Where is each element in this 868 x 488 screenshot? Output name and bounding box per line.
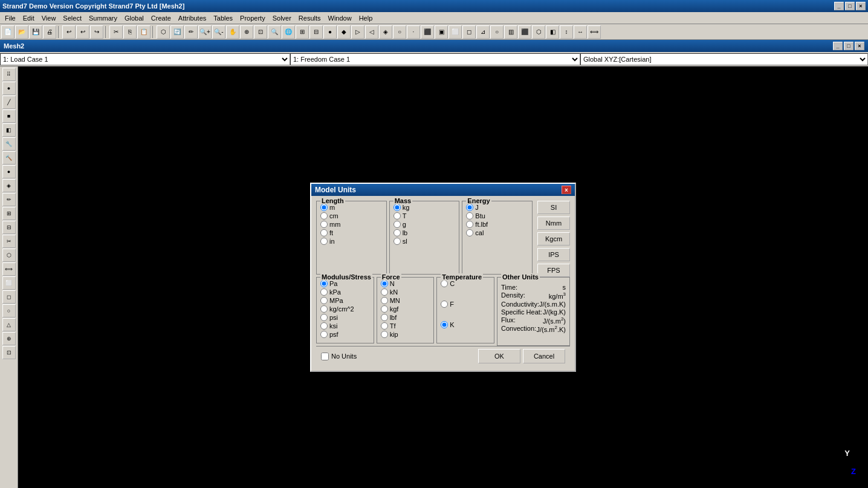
- mass-sl: sl: [394, 238, 456, 245]
- tool22[interactable]: ⬜: [449, 25, 462, 39]
- left-btn-14[interactable]: ⬡: [2, 249, 16, 262]
- left-btn-2[interactable]: ●: [2, 82, 16, 95]
- tool25[interactable]: ○: [490, 25, 504, 39]
- no-units-checkbox[interactable]: [321, 353, 329, 360]
- mesh-close-button[interactable]: ×: [855, 42, 864, 50]
- new-button[interactable]: 📄: [1, 25, 15, 39]
- left-btn-10[interactable]: ✏: [2, 193, 16, 206]
- tool30[interactable]: ↕: [560, 25, 573, 39]
- tool24[interactable]: ⊿: [476, 25, 490, 39]
- force-group: Force N kN MN kgf lbf Tf kip: [377, 277, 435, 343]
- left-btn-16[interactable]: ⬜: [2, 276, 16, 290]
- tool23[interactable]: ◻: [462, 25, 476, 39]
- cancel-button[interactable]: Cancel: [523, 349, 565, 363]
- undo-button[interactable]: ↩: [62, 25, 76, 39]
- tool2[interactable]: 🔄: [170, 25, 184, 39]
- menu-tables[interactable]: Tables: [210, 13, 236, 23]
- load-case-dropdown[interactable]: 1: Load Case 1: [0, 53, 290, 65]
- dialog-close-button[interactable]: ×: [562, 186, 571, 194]
- left-btn-17[interactable]: ◻: [2, 290, 16, 304]
- tool26[interactable]: ▥: [504, 25, 517, 39]
- tool18[interactable]: ○: [393, 25, 406, 39]
- tool3[interactable]: ✏: [184, 25, 198, 39]
- left-btn-11[interactable]: ⊞: [2, 207, 16, 220]
- menu-solver[interactable]: Solver: [269, 13, 295, 23]
- tool28[interactable]: ⬡: [532, 25, 545, 39]
- open-button[interactable]: 📂: [15, 25, 28, 39]
- minimize-button[interactable]: _: [834, 2, 844, 10]
- left-btn-1[interactable]: ⠿: [2, 68, 16, 81]
- left-btn-15[interactable]: ⟺: [2, 262, 16, 276]
- left-btn-19[interactable]: △: [2, 318, 16, 331]
- menu-select[interactable]: Select: [59, 13, 85, 23]
- paste-button[interactable]: 📋: [137, 25, 151, 39]
- menu-property[interactable]: Property: [236, 13, 269, 23]
- tool15[interactable]: ▷: [351, 25, 364, 39]
- left-btn-18[interactable]: ○: [2, 304, 16, 317]
- tool29[interactable]: ◧: [546, 25, 559, 39]
- tool11[interactable]: ⊞: [296, 25, 309, 39]
- left-btn-7[interactable]: 🔨: [2, 151, 16, 164]
- left-btn-13[interactable]: ✂: [2, 235, 16, 248]
- preset-ips-button[interactable]: IPS: [537, 248, 570, 261]
- force-kn: kN: [381, 288, 430, 296]
- tool14[interactable]: ◆: [337, 25, 351, 39]
- specific-heat-label: Specific Heat:: [501, 308, 542, 316]
- tool12[interactable]: ⊟: [309, 25, 323, 39]
- tool16[interactable]: ◁: [365, 25, 378, 39]
- mesh-maximize-button[interactable]: □: [844, 42, 853, 50]
- menu-window[interactable]: Window: [325, 13, 355, 23]
- left-btn-3[interactable]: ╱: [2, 96, 16, 109]
- left-btn-8[interactable]: ●: [2, 165, 16, 178]
- menu-summary[interactable]: Summary: [85, 13, 121, 23]
- left-btn-9[interactable]: ◈: [2, 179, 16, 192]
- menu-file[interactable]: File: [1, 13, 19, 23]
- left-btn-12[interactable]: ⊟: [2, 221, 16, 234]
- tool7[interactable]: ⊕: [240, 25, 253, 39]
- print-button[interactable]: 🖨: [43, 25, 56, 39]
- freedom-case-dropdown[interactable]: 1: Freedom Case 1: [290, 53, 580, 65]
- left-btn-4[interactable]: ■: [2, 109, 16, 123]
- tool4[interactable]: 🔍+: [198, 25, 212, 39]
- tool13[interactable]: ●: [323, 25, 337, 39]
- tool10[interactable]: 🌐: [282, 25, 295, 39]
- preset-si-button[interactable]: SI: [537, 201, 570, 214]
- ok-button[interactable]: OK: [478, 349, 520, 363]
- menu-attributes[interactable]: Attributes: [175, 13, 210, 23]
- redo-button[interactable]: ↪: [90, 25, 103, 39]
- tool31[interactable]: ↔: [574, 25, 587, 39]
- preset-fps-button[interactable]: FPS: [537, 264, 570, 277]
- save-button[interactable]: 💾: [29, 25, 42, 39]
- tool8[interactable]: ⊡: [254, 25, 267, 39]
- tool9[interactable]: 🔍: [268, 25, 281, 39]
- maximize-button[interactable]: □: [845, 2, 855, 10]
- left-btn-21[interactable]: ⊡: [2, 346, 16, 359]
- preset-nmm-button[interactable]: Nmm: [537, 216, 570, 230]
- preset-kgcm-button[interactable]: Kgcm: [537, 232, 570, 246]
- menu-edit[interactable]: Edit: [19, 13, 38, 23]
- copy-button[interactable]: ⎘: [123, 25, 137, 39]
- left-btn-6[interactable]: 🔧: [2, 137, 16, 151]
- tool17[interactable]: ◈: [379, 25, 392, 39]
- left-btn-20[interactable]: ⊕: [2, 332, 16, 345]
- undo2-button[interactable]: ↩: [76, 25, 89, 39]
- tool20[interactable]: ⬛: [421, 25, 434, 39]
- left-btn-5[interactable]: ◧: [2, 123, 16, 137]
- menu-create[interactable]: Create: [147, 13, 175, 23]
- coordinate-dropdown[interactable]: Global XYZ:[Cartesian]: [580, 53, 868, 65]
- sep1: [58, 26, 60, 38]
- tool19[interactable]: ·: [407, 25, 420, 39]
- menu-view[interactable]: View: [38, 13, 60, 23]
- tool32[interactable]: ⟺: [588, 25, 601, 39]
- menu-help[interactable]: Help: [355, 13, 377, 23]
- tool21[interactable]: ▣: [435, 25, 448, 39]
- tool27[interactable]: ⬛: [518, 25, 531, 39]
- close-button[interactable]: ×: [856, 2, 866, 10]
- mesh-minimize-button[interactable]: _: [833, 42, 843, 50]
- tool5[interactable]: 🔍-: [212, 25, 225, 39]
- menu-global[interactable]: Global: [121, 13, 147, 23]
- menu-results[interactable]: Results: [295, 13, 325, 23]
- tool1[interactable]: ⬡: [157, 25, 170, 39]
- cut-button[interactable]: ✂: [109, 25, 123, 39]
- tool6[interactable]: ✋: [226, 25, 239, 39]
